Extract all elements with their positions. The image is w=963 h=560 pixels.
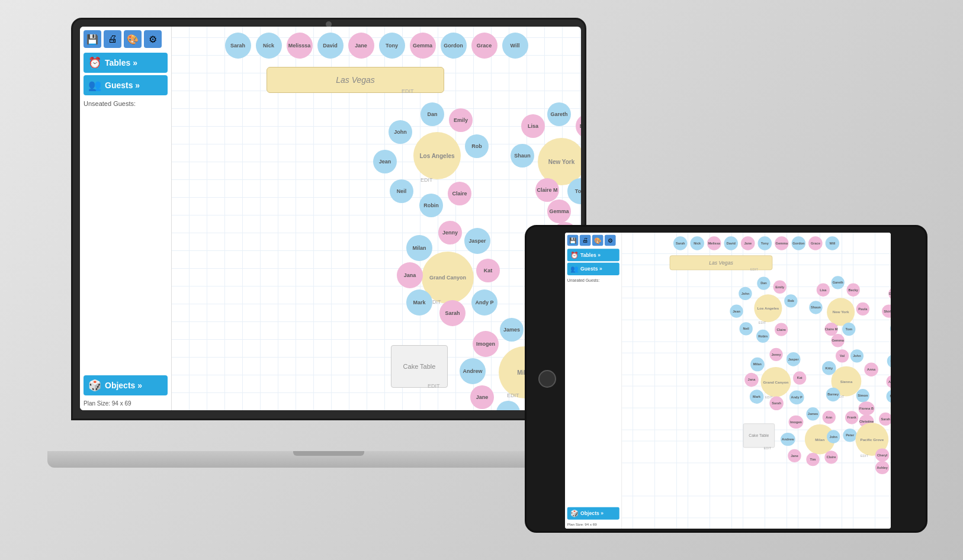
list-item[interactable]: Frank [845,411,858,424]
milan-edit[interactable]: EDIT [507,392,519,398]
list-item[interactable]: Melissa [707,236,721,250]
list-item[interactable]: Tim [496,401,520,410]
list-item[interactable]: Emily [449,108,473,132]
list-item[interactable]: Will [826,236,840,250]
tablet-gc-table[interactable]: Grand Canyon [760,367,791,397]
list-item[interactable]: Claire [824,450,837,464]
list-item[interactable]: Jenny [769,348,782,361]
list-item[interactable]: Cheryl [875,449,890,462]
print-icon[interactable]: 🖨 [104,30,121,48]
list-item[interactable]: Imogen [789,416,804,429]
list-item[interactable]: Anna [864,362,878,376]
list-item[interactable]: Nan [887,390,891,403]
list-item[interactable]: David [724,236,738,250]
list-item[interactable]: Paula [856,302,869,316]
canvas[interactable]: Sarah Nick Melisssa David Jane Tony Gemm… [172,27,581,410]
list-item[interactable]: Shaun [809,301,822,314]
list-item[interactable]: Dan [757,276,770,289]
tablet-tables-button[interactable]: ⏰ Tables » [567,249,619,261]
tablet-canvas[interactable]: Sarah Nick Melissa David Jane Tony Gemma… [622,233,891,529]
list-item[interactable]: Tom [842,323,855,336]
list-item[interactable]: Andy P [471,289,497,316]
tablet-settings-icon[interactable]: ⚙ [605,235,616,246]
list-item[interactable]: Sarah [673,236,688,250]
list-item[interactable]: Becky [576,114,581,138]
list-item[interactable]: John [389,120,412,144]
tablet-guests-button[interactable]: 👥 Guests » [567,263,619,275]
list-item[interactable]: Emily [773,281,787,294]
list-item[interactable]: Simon [856,389,869,402]
list-item[interactable]: Andrew [460,358,486,384]
list-item[interactable]: Becky [847,284,860,297]
save-icon[interactable]: 💾 [84,30,101,48]
tablet-la-table[interactable]: Los Angeles [754,294,782,322]
list-item[interactable]: Jean [373,150,397,173]
list-item[interactable]: Jane [470,385,494,409]
list-item[interactable]: Gemma [547,199,571,223]
list-item[interactable]: Will [502,33,528,59]
list-item[interactable]: Jana [397,262,423,288]
las-vegas-edit[interactable]: EDIT [402,88,414,94]
list-item[interactable]: Sarah [879,413,891,426]
list-item[interactable]: Claire [448,182,471,205]
list-item[interactable]: Sarah [769,397,784,411]
list-item[interactable]: Bob [887,355,891,368]
objects-button[interactable]: 🎲 Objects » [84,375,168,395]
list-item[interactable]: Gareth [832,276,845,289]
tablet-theme-icon[interactable]: 🎨 [592,235,604,246]
list-item[interactable]: Barney [826,388,840,402]
list-item[interactable]: Kitty [822,361,836,375]
cake-edit[interactable]: EDIT [428,383,440,389]
list-item[interactable]: Sarah [225,33,251,59]
list-item[interactable]: Tim [806,453,819,466]
list-item[interactable]: John [850,349,864,362]
list-item[interactable]: Robin [756,330,769,343]
list-item[interactable]: Tony [758,236,772,250]
guests-button[interactable]: 👥 Guests » [84,75,168,95]
list-item[interactable]: Tony [379,33,405,59]
los-angeles-table[interactable]: Los Angeles [413,132,461,179]
list-item[interactable]: Rob [465,134,489,158]
list-item[interactable]: Mick [890,322,891,335]
theme-icon[interactable]: 🎨 [124,30,142,48]
list-item[interactable]: Ashley [875,461,890,474]
list-item[interactable]: Gordon [441,33,467,59]
list-item[interactable]: Andy P [789,391,804,405]
list-item[interactable]: Dan [420,102,444,126]
list-item[interactable]: Lisa [817,284,830,297]
list-item[interactable]: Nick [690,236,704,250]
list-item[interactable]: Claire [775,323,788,336]
list-item[interactable]: Melisssa [287,33,313,59]
list-item[interactable]: Shaun [511,144,534,168]
list-item[interactable]: Kat [793,371,806,384]
list-item[interactable]: Jana [744,373,759,387]
list-item[interactable]: Jane [788,449,801,462]
list-item[interactable]: Robin [419,194,443,217]
list-item[interactable]: John [739,287,752,300]
list-item[interactable]: Fionna B [858,401,874,416]
tablet-ny-table[interactable]: New York [827,298,855,326]
list-item[interactable]: Val [836,349,849,362]
tablet-cake-table[interactable]: Cake Table [743,423,775,448]
list-item[interactable]: Imogen [473,331,499,357]
list-item[interactable]: Shirley [882,305,891,318]
tablet-print-icon[interactable]: 🖨 [580,235,591,246]
list-item[interactable]: Jane [348,33,374,59]
tablet-save-icon[interactable]: 💾 [567,235,579,246]
list-item[interactable]: Gemma [775,236,789,250]
list-item[interactable]: Kat [476,259,500,282]
cake-table[interactable]: Cake Table [391,345,448,388]
list-item[interactable]: Jasper [464,228,490,254]
list-item[interactable]: Milan [406,235,432,261]
list-item[interactable]: Andrew [781,433,795,446]
list-item[interactable]: James [806,407,819,420]
list-item[interactable]: Milan [750,358,765,372]
list-item[interactable]: Grace [471,33,497,59]
list-item[interactable]: Neil [740,322,753,335]
list-item[interactable]: Danielle [888,287,891,300]
list-item[interactable]: Nick [256,33,282,59]
list-item[interactable]: Mark [406,289,432,316]
list-item[interactable]: Neil [390,179,413,203]
tablet-objects-button[interactable]: 🎲 Objects » [567,507,619,519]
tablet-home-button[interactable] [538,370,556,388]
